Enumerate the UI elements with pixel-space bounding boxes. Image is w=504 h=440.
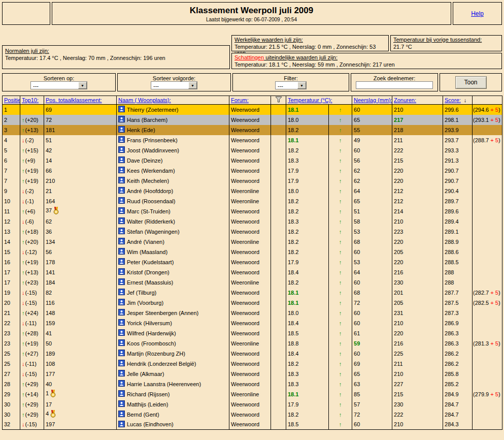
score-breakdown xyxy=(473,379,502,389)
total-rank-value: 141 xyxy=(46,269,55,275)
participant-name: Hendrik (Londerzeel België) xyxy=(127,361,196,367)
profile-icon[interactable] xyxy=(118,136,125,144)
profile-icon[interactable] xyxy=(118,207,125,215)
profile-icon[interactable] xyxy=(118,400,125,408)
table-row: 7 ↑(+19) 210 Keith (Mechelen) Weerwoord … xyxy=(3,176,502,186)
position-value: 27 xyxy=(3,369,20,379)
profile-icon[interactable] xyxy=(118,319,125,327)
profile-icon[interactable] xyxy=(118,106,125,113)
column-header-naam[interactable]: Naam ( Woonplaats): xyxy=(118,97,171,103)
schattingen-link[interactable]: Schattingen xyxy=(234,54,264,60)
info-area: Normalen juli zijn: Temperatuur: 17.4 °C… xyxy=(2,35,502,69)
profile-icon[interactable] xyxy=(118,370,125,378)
help-link[interactable]: Help xyxy=(471,10,484,17)
up-arrow-icon: ↑ xyxy=(339,340,342,347)
column-header-temperatuur[interactable]: Temperatuur (°C): xyxy=(288,97,332,103)
filter-spacer-cell xyxy=(271,166,286,176)
trend-cell: ↑ xyxy=(329,267,352,277)
show-button[interactable]: Toon xyxy=(455,76,487,89)
chevron-down-icon[interactable]: ▼ xyxy=(297,82,306,89)
profile-icon[interactable] xyxy=(118,177,125,184)
top10-change xyxy=(20,105,44,115)
profile-icon[interactable] xyxy=(118,197,125,205)
profile-icon[interactable] xyxy=(118,350,125,357)
change-value: (+29) xyxy=(25,412,39,418)
profile-icon[interactable] xyxy=(118,146,125,154)
filter-spacer-cell xyxy=(271,277,286,288)
profile-icon[interactable] xyxy=(118,299,125,306)
trend-cell: ↑ xyxy=(329,338,352,349)
table-row: 30 ↑(+29) 4 Bernd (Gent) Weerwoord 18.2 … xyxy=(3,410,502,420)
profile-icon[interactable] xyxy=(118,411,125,418)
sunhours-value: 211 xyxy=(392,359,443,369)
profile-icon[interactable] xyxy=(118,258,125,266)
filter-funnel-icon[interactable] xyxy=(275,98,282,104)
position-value: 16 xyxy=(3,257,20,267)
column-header-zonuren[interactable]: Zonuren: xyxy=(394,97,416,103)
profile-icon[interactable] xyxy=(118,289,125,296)
up-arrow-icon: ↑ xyxy=(339,218,342,225)
profile-icon[interactable] xyxy=(118,268,125,276)
position-value: 7 xyxy=(3,166,20,176)
medal-icon xyxy=(53,209,59,215)
score-bonus: + 5 xyxy=(490,391,498,397)
change-arrow-icon: ↑ xyxy=(22,127,25,133)
profile-icon[interactable] xyxy=(118,217,125,225)
column-header-positie[interactable]: Positie: xyxy=(4,97,20,103)
profile-icon[interactable] xyxy=(118,309,125,317)
change-value: (+23) xyxy=(25,279,39,286)
score-breakdown: (279.9 + 5) xyxy=(473,389,502,399)
precipitation-value: 60 xyxy=(352,308,392,318)
profile-icon[interactable] xyxy=(118,360,125,367)
total-rank-value: 36 xyxy=(46,229,52,235)
change-value: (+15) xyxy=(25,147,39,153)
temperature-value: 18.3 xyxy=(286,379,329,389)
participant-cell: Kristof (Drongen) xyxy=(117,267,229,277)
sort-select[interactable]: --- ▼ xyxy=(30,81,87,89)
order-select-value: --- xyxy=(151,82,188,89)
change-arrow-icon: ↓ xyxy=(22,249,25,255)
trend-cell: ↑ xyxy=(329,277,352,288)
score-value: 288.9 xyxy=(443,237,473,247)
up-arrow-icon: ↑ xyxy=(339,391,342,397)
profile-icon[interactable] xyxy=(118,390,125,398)
forum-name: Weerwoord xyxy=(229,206,271,216)
profile-icon[interactable] xyxy=(118,187,125,195)
position-value: 7 xyxy=(3,176,20,186)
profile-icon[interactable] xyxy=(118,421,125,428)
temperature-value: 18.1 xyxy=(286,105,329,115)
filter-spacer-cell xyxy=(271,105,286,115)
filter-spacer-cell xyxy=(271,145,286,155)
precipitation-value: 51 xyxy=(352,206,392,216)
change-arrow-icon: ↓ xyxy=(22,290,25,296)
column-header-neerslag[interactable]: Neerslag (mm): xyxy=(354,97,392,103)
column-header-top10[interactable]: Top10: xyxy=(22,97,39,103)
column-header-forum[interactable]: Forum: xyxy=(231,97,249,103)
profile-icon[interactable] xyxy=(118,380,125,388)
order-select[interactable]: --- ▼ xyxy=(151,81,197,89)
column-header-totaalklassement[interactable]: Pos. totaalklassement: xyxy=(46,97,102,103)
profile-icon[interactable] xyxy=(118,156,125,164)
profile-icon[interactable] xyxy=(118,278,125,286)
column-header-score[interactable]: Score: xyxy=(445,97,461,103)
participant-name: Koos (Froombosch) xyxy=(127,340,176,347)
profile-icon[interactable] xyxy=(118,116,125,123)
profile-icon[interactable] xyxy=(118,238,125,245)
search-input[interactable] xyxy=(356,81,433,89)
filter-select[interactable]: --- ▼ xyxy=(275,81,307,89)
profile-icon[interactable] xyxy=(118,329,125,337)
header-title-box: Klassement Weerpoll juli 2009 Laatst bij… xyxy=(52,2,451,25)
participant-name: Wilfred (Harderwijk) xyxy=(127,330,176,336)
chevron-down-icon[interactable]: ▼ xyxy=(188,82,197,89)
precipitation-value: 55 xyxy=(352,125,392,135)
chevron-down-icon[interactable]: ▼ xyxy=(78,82,87,89)
table-row: 3 ↑(+13) 181 Henk (Ede) Weerwoord 18.2 ↑… xyxy=(3,125,502,135)
profile-icon[interactable] xyxy=(118,126,125,134)
profile-icon[interactable] xyxy=(118,167,125,174)
change-value: (+29) xyxy=(25,381,39,387)
profile-icon[interactable] xyxy=(118,248,125,256)
profile-icon[interactable] xyxy=(118,228,125,235)
profile-icon[interactable] xyxy=(118,339,125,347)
total-rank-value: 56 xyxy=(46,249,52,255)
total-rank-value: 159 xyxy=(46,320,55,326)
